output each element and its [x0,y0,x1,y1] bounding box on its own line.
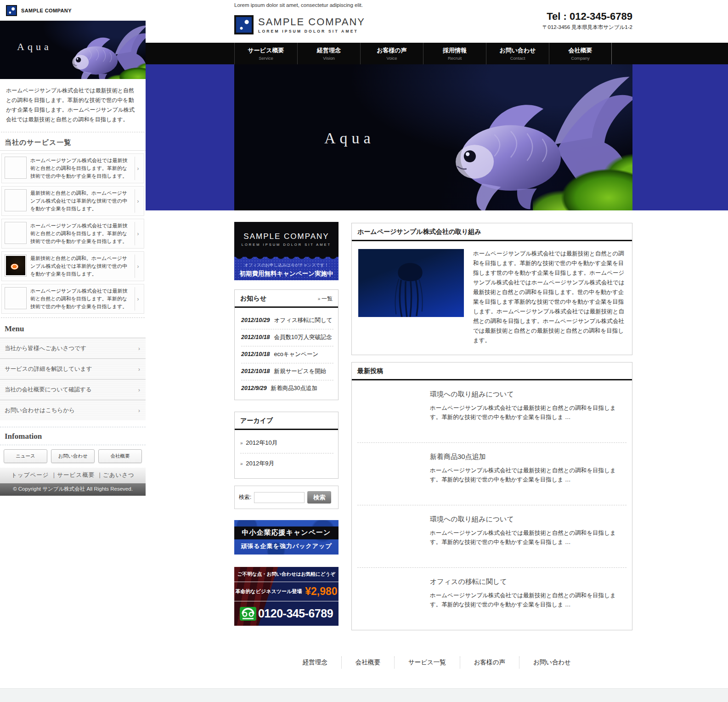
services-heading: 当社のサービス一覧 [0,132,146,151]
nav-item-vision[interactable]: 経営理念 Vision [297,43,360,64]
news-row[interactable]: 2012/9/29新着商品30点追加 [241,380,333,397]
archive-row[interactable]: 2012年10月 [240,433,333,453]
post-excerpt: ホームページサンプル株式会社では最新技術と自然との調和を目指します。革新的な技術… [430,403,625,422]
feature-text: ホームページサンプル株式会社では最新技術と自然との調和を目指します。革新的な技術… [473,249,626,345]
banner-logo-subtitle: LOREM IPSUM DOLOR SIT AMET [242,243,331,247]
service-text: 最新技術と自然との調和。ホームページサンプル株式会社では革新的な技術で世の中を動… [27,189,135,213]
post-title[interactable]: 環境への取り組みについて [430,515,625,524]
nav-item-contact[interactable]: お問い合わせ Contact [486,43,549,64]
search-button[interactable]: 検索 [307,491,331,504]
service-thumbnail-fish-dark [5,189,27,211]
nav-sublabel: Recruit [448,56,462,61]
footer-link-voice[interactable]: お客様の声 [460,657,519,668]
chevron-right-icon [135,255,141,278]
service-thumbnail-clownfish [5,255,27,277]
news-text: 会員数10万人突破記念 [274,334,332,340]
contact-button[interactable]: お問い合わせ [51,449,95,463]
nav-label: お客様の声 [377,46,407,55]
post-title[interactable]: 環境への取り組みについて [430,390,625,399]
post-row[interactable]: 新着商品30点追加 ホームページサンプル株式会社では最新技術と自然との調和を目指… [357,443,626,505]
chevron-right-icon [138,366,140,373]
footer-link-company[interactable]: 会社概要 [342,657,395,668]
sidebar-footer-links[interactable]: トップページ ｜サービス概要 ｜ごあいさつ [0,468,146,483]
menu-item-label: お問い合わせはこちらから [5,407,75,414]
service-item[interactable]: 最新技術と自然との調和。ホームページサンプル株式会社では革新的な技術で世の中を動… [1,251,144,281]
phone-banner-line1: ご不明な点・お問い合わせはお気軽にどうぞ [234,567,339,582]
footer-link-vision[interactable]: 経営理念 [289,657,342,668]
chevron-right-icon [135,287,141,311]
hero-band: Aqua [146,64,728,210]
footer-link-services[interactable]: サービス一覧 [395,657,460,668]
nav-item-service[interactable]: サービス概要 Service [234,43,297,64]
postal-address: 〒012-3456 見本県見本市サンプル1-2 [542,24,632,31]
posts-title: 最新投稿 [357,367,383,375]
company-button[interactable]: 会社概要 [98,449,142,463]
nav-item-recruit[interactable]: 採用情報 Recruit [423,43,486,64]
sidebar-menu-item-greeting[interactable]: 当社から皆様へごあいさつです [0,338,146,358]
news-button[interactable]: ニュース [4,449,47,463]
company-logo-icon [6,5,17,16]
chevron-right-icon [138,386,140,393]
service-item[interactable]: 最新技術と自然との調和。ホームページサンプル株式会社では革新的な技術で世の中を動… [1,186,144,216]
nav-label: 採用情報 [443,46,467,55]
post-row[interactable]: オフィスの移転に関して ホームページサンプル株式会社では最新技術と自然との調和を… [357,568,626,630]
chevron-right-icon [138,345,140,352]
service-thumbnail-fish-green [5,287,27,309]
news-row[interactable]: 2012/10/29オフィス移転に関して [241,312,333,329]
hero-image: Aqua [234,64,632,210]
post-row[interactable]: 環境への取り組みについて ホームページサンプル株式会社では最新技術と自然との調和… [357,380,626,443]
sidebar-menu-item-company[interactable]: 当社の会社概要について確認する [0,379,146,400]
phone-banner-price: ¥2,980 [305,585,337,598]
post-thumbnail-goldfish-red [359,389,422,433]
service-item[interactable]: ホームページサンプル株式会社では最新技術と自然との調和を目指します。革新的な技術… [1,219,144,249]
sidebar-copyright: © Copyright サンプル株式会社 All Rights Reseved. [0,483,146,496]
nav-item-company[interactable]: 会社概要 Company [549,43,612,64]
phone-banner[interactable]: ご不明な点・お問い合わせはお気軽にどうぞ 革命的なビジネスツール登場 ¥2,98… [234,567,339,626]
service-text: ホームページサンプル株式会社では最新技術と自然との調和を目指します。革新的な技術… [27,157,135,180]
service-thumbnail-goldfish-white [5,222,27,244]
sidebar-menu-item-service-detail[interactable]: サービスの詳細を解説しています [0,358,146,379]
phone-banner-tel-row: 0120-345-6789 [234,601,339,626]
feature-body: ホームページサンプル株式会社では最新技術と自然との調和を目指します。革新的な技術… [352,241,632,355]
menu-heading: Menu [0,318,146,338]
post-thumbnail-fish-dark [359,452,422,496]
news-row[interactable]: 2012/10/18会員数10万人突破記念 [241,329,333,346]
news-list: 2012/10/29オフィス移転に関して 2012/10/18会員数10万人突破… [235,308,338,400]
campaign-banner-text: オフィスのお申し込みは今がチャンスです！ 初期費用無料キャンペーン実施中 [234,257,339,280]
feature-header: ホームページサンプル株式会社の取り組み [352,223,632,241]
post-row[interactable]: 環境への取り組みについて ホームページサンプル株式会社では最新技術と自然との調和… [357,505,626,568]
sidebar-header: SAMPLE COMPANY [0,0,146,21]
sme-support-banner[interactable]: 中小企業応援キャンペーン 頑張る企業を強力バックアップ [234,520,339,555]
news-text: 新規サービスを開始 [274,368,327,374]
search-label: 検索: [239,493,251,501]
posts-header: 最新投稿 [352,362,632,380]
sidebar-menu-item-contact[interactable]: お問い合わせはこちらから [0,400,146,420]
header-tagline: Lorem ipsum dolor sit amet, consectetur … [146,0,728,8]
sidebar-hero-image: Aqua [0,21,146,79]
sidebar-hero-title: Aqua [17,41,52,53]
news-date: 2012/10/18 [241,351,270,357]
sidebar-mobile-column: SAMPLE COMPANY Aqua ホームページサンプル株式会社では最新技術… [0,0,146,496]
logo-subtitle: LOREM IPSUM DOLOR SIT AMET [258,29,365,34]
content-area: SAMPLE COMPANY LOREM IPSUM DOLOR SIT AME… [146,210,728,630]
service-item[interactable]: ホームページサンプル株式会社では最新技術と自然との調和を目指します。革新的な技術… [1,284,144,314]
footer-link-contact[interactable]: お問い合わせ [519,657,585,668]
news-row[interactable]: 2012/10/18ecoキャンペーン [241,346,333,363]
service-text: 最新技術と自然との調和。ホームページサンプル株式会社では革新的な技術で世の中を動… [27,255,135,278]
sidebar-logo-text: SAMPLE COMPANY [21,8,72,13]
post-title[interactable]: 新着商品30点追加 [430,453,625,461]
post-title[interactable]: オフィスの移転に関して [430,577,625,586]
main-column: ホームページサンプル株式会社の取り組み ホームページサンプル株式会社では最新技術… [351,222,632,630]
news-row[interactable]: 2012/10/18新規サービスを開始 [241,363,333,380]
nav-sublabel: Service [259,56,273,61]
news-date: 2012/10/29 [241,317,270,323]
archive-row[interactable]: 2012年9月 [240,453,333,474]
company-logo[interactable]: SAMPLE COMPANY LOREM IPSUM DOLOR SIT AME… [234,15,365,34]
nav-item-voice[interactable]: お客様の声 Voice [360,43,423,64]
search-input[interactable] [254,492,305,503]
campaign-banner[interactable]: SAMPLE COMPANY LOREM IPSUM DOLOR SIT AME… [234,222,339,280]
feature-title: ホームページサンプル株式会社の取り組み [357,228,481,236]
news-more-link[interactable]: 一覧 [318,295,333,303]
service-item[interactable]: ホームページサンプル株式会社では最新技術と自然との調和を目指します。革新的な技術… [1,153,144,183]
phone-banner-label: 革命的なビジネスツール登場 [235,588,302,595]
